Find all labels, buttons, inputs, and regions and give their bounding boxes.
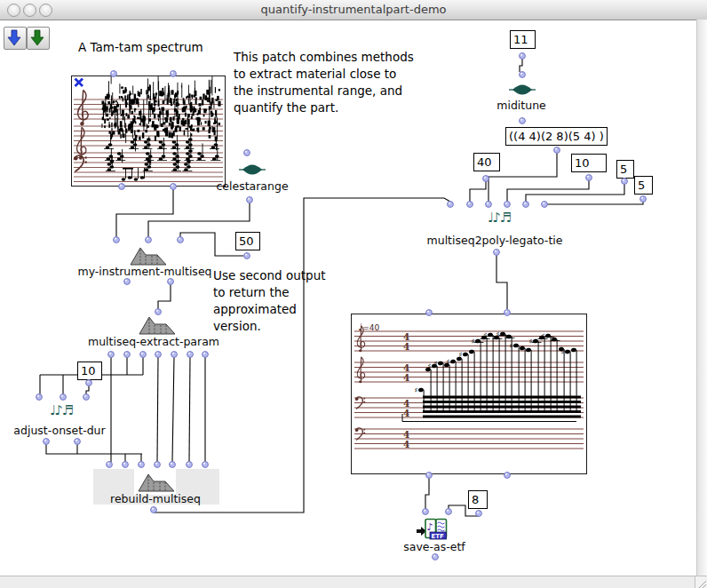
port[interactable] — [622, 179, 628, 185]
port[interactable] — [244, 253, 250, 259]
patch-window: quantify-instrumentalpart-demo A Tam-tam… — [0, 0, 707, 588]
port[interactable] — [170, 462, 176, 468]
port[interactable] — [119, 184, 125, 190]
port[interactable] — [146, 237, 152, 243]
port[interactable] — [586, 175, 592, 181]
port[interactable] — [520, 72, 526, 78]
port[interactable] — [171, 352, 178, 358]
port[interactable] — [494, 250, 500, 256]
port[interactable] — [151, 507, 157, 513]
port[interactable] — [476, 511, 482, 517]
port[interactable] — [520, 118, 526, 124]
port[interactable] — [433, 554, 439, 560]
port[interactable] — [60, 394, 67, 401]
port[interactable] — [426, 473, 433, 479]
port[interactable] — [155, 309, 162, 315]
port[interactable] — [504, 310, 511, 316]
port[interactable] — [75, 439, 81, 445]
port[interactable] — [187, 352, 194, 358]
port[interactable] — [523, 202, 529, 208]
port[interactable] — [203, 462, 209, 468]
port[interactable] — [140, 352, 147, 358]
port[interactable] — [426, 310, 433, 316]
port[interactable] — [124, 352, 131, 358]
port[interactable] — [123, 462, 129, 468]
port[interactable] — [114, 237, 120, 243]
port[interactable] — [108, 352, 115, 358]
port[interactable] — [83, 394, 90, 401]
port[interactable] — [36, 394, 43, 401]
port[interactable] — [448, 202, 454, 208]
port[interactable] — [178, 237, 184, 243]
port[interactable] — [111, 71, 117, 77]
port[interactable] — [640, 196, 647, 203]
port[interactable] — [168, 279, 174, 285]
port[interactable] — [139, 462, 145, 468]
port[interactable] — [483, 176, 489, 182]
port[interactable] — [124, 279, 131, 285]
port[interactable] — [203, 352, 209, 358]
port[interactable] — [446, 509, 452, 515]
port[interactable] — [423, 509, 429, 515]
port[interactable] — [171, 184, 177, 190]
port[interactable] — [155, 462, 161, 468]
port[interactable] — [44, 439, 50, 445]
port[interactable] — [187, 462, 193, 468]
port[interactable] — [504, 473, 511, 479]
port[interactable] — [504, 202, 511, 208]
port[interactable] — [520, 53, 526, 60]
port[interactable] — [247, 197, 253, 203]
ports-layer — [0, 0, 707, 588]
port[interactable] — [467, 202, 473, 208]
port[interactable] — [554, 147, 560, 154]
port[interactable] — [155, 352, 162, 358]
port[interactable] — [486, 202, 492, 208]
port[interactable] — [86, 380, 92, 386]
port[interactable] — [244, 150, 250, 156]
port[interactable] — [107, 462, 113, 468]
port[interactable] — [542, 202, 548, 208]
port[interactable] — [171, 71, 177, 77]
